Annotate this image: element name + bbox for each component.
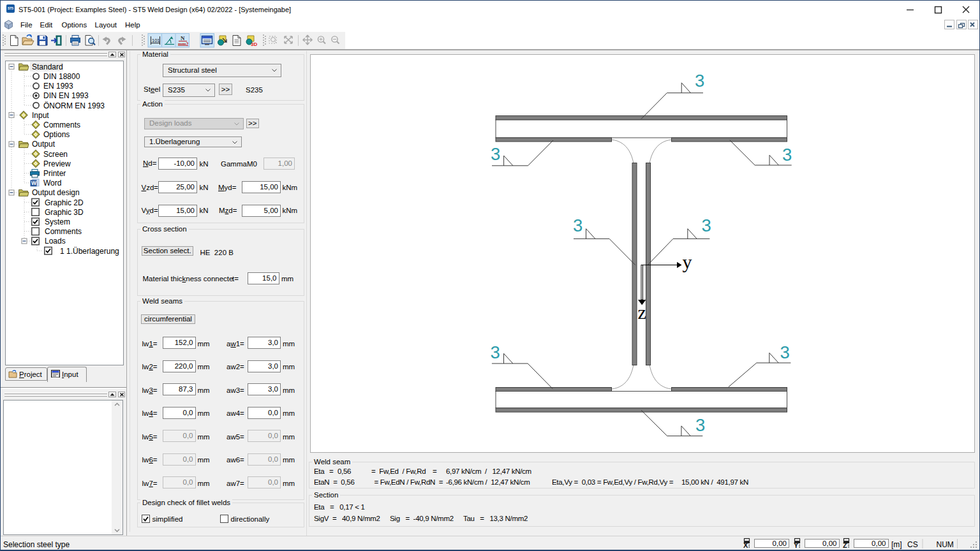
svg-text:y: y [683, 251, 692, 272]
svg-text:Screen: Screen [43, 150, 68, 159]
svg-text:EN 1993: EN 1993 [43, 82, 73, 91]
svg-text:Comments: Comments [43, 121, 80, 129]
svg-text:3: 3 [491, 144, 500, 164]
svg-text:3: 3 [573, 216, 583, 235]
svg-text:ÖNORM EN 1993: ÖNORM EN 1993 [43, 101, 105, 110]
svg-text:mm2: mm2 [178, 41, 188, 47]
svg-text:Graphic 2D: Graphic 2D [45, 198, 84, 207]
svg-text:System: System [45, 217, 70, 226]
svg-text:z: z [638, 301, 646, 322]
svg-text:Standard: Standard [32, 62, 63, 71]
svg-text:Output: Output [32, 140, 56, 149]
svg-text:3: 3 [780, 342, 790, 362]
svg-text:Z: Z [843, 541, 847, 549]
svg-text:Preview: Preview [43, 159, 71, 168]
svg-text:3: 3 [491, 342, 500, 362]
svg-text:DIN 18800: DIN 18800 [43, 72, 80, 81]
svg-text:N: N [181, 35, 185, 41]
svg-text:DIN EN 1993: DIN EN 1993 [43, 91, 89, 100]
svg-text:Comments: Comments [45, 227, 82, 236]
svg-text:Input: Input [32, 111, 49, 120]
svg-text:3: 3 [782, 145, 792, 165]
svg-text:1 1.Überlagerung: 1 1.Überlagerung [60, 247, 119, 256]
svg-text:Word: Word [43, 179, 61, 187]
svg-text:101: 101 [152, 38, 160, 43]
svg-text:3D: 3D [251, 41, 257, 47]
svg-text:Output design: Output design [32, 188, 80, 197]
svg-text:3: 3 [695, 71, 704, 91]
svg-text:3: 3 [702, 216, 711, 235]
svg-text:3: 3 [695, 415, 705, 435]
svg-text:Y: Y [794, 541, 799, 549]
svg-text:Graphic 3D: Graphic 3D [45, 208, 84, 217]
svg-text:Loads: Loads [45, 237, 66, 246]
svg-text:X: X [743, 541, 748, 549]
svg-text:Options: Options [43, 130, 70, 139]
svg-text:Printer: Printer [43, 169, 66, 178]
